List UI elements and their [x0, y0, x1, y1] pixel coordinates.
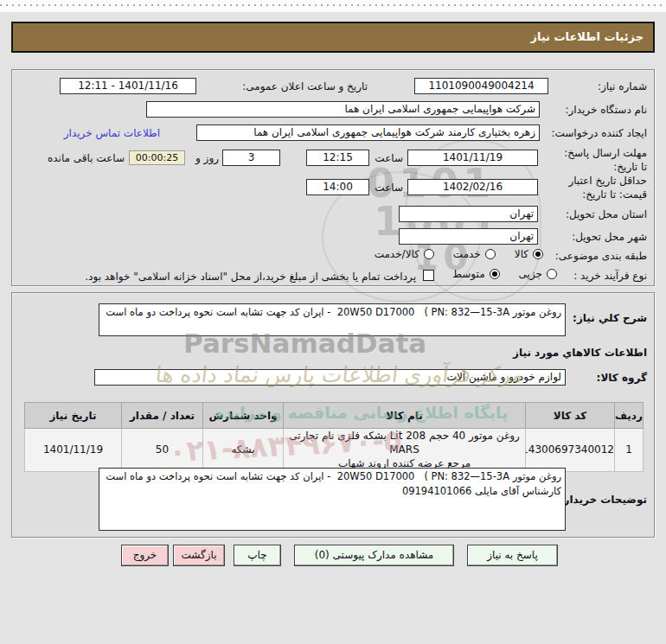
remaining-label: ساعت باقی مانده [48, 152, 125, 164]
creator-label: ایجاد کننده درخواست: [551, 127, 647, 139]
cell-unit: بشکه [203, 429, 284, 472]
treasury-checkbox-label: پرداخت تمام یا بخشی از مبلغ خرید،از محل … [85, 271, 416, 283]
buyer-notes-label: توضیحات خریدار: [560, 494, 647, 506]
goods-section-title: اطلاعات کالاهاي مورد نیاز [513, 347, 647, 359]
deadline-hour-label: ساعت [375, 152, 403, 164]
radio-goods-service[interactable] [424, 249, 434, 259]
need-number-label: شماره نیاز: [598, 80, 647, 92]
page-title: جزئیات اطلاعات نیاز [11, 22, 655, 53]
col-need-date: تاریخ نیاز [25, 403, 122, 429]
radio-service[interactable] [485, 249, 496, 259]
need-details-panel: شرح کلي نیاز: روغن موتور 20W50 D17000 ( … [11, 292, 655, 538]
countdown-timer: 00:00:25 [129, 150, 185, 165]
buyer-notes-field[interactable]: روغن موتور 20W50 D17000 ( PN: 832—15-3A … [99, 468, 566, 531]
goods-table: ردیف کد کالا نام کالا واحد شمارش تعداد /… [24, 402, 644, 472]
goods-group-field[interactable]: لوازم خودرو و ماشین آلات [94, 369, 566, 386]
radio-medium[interactable] [490, 269, 500, 279]
buyer-contact-link[interactable]: اطلاعات تماس خریدار [64, 127, 160, 139]
creator-field[interactable]: زهره بختیاری کارمند شرکت هواپیمایی جمهور… [196, 124, 540, 141]
col-item-name: نام کالا [284, 403, 526, 429]
treasury-checkbox[interactable] [423, 270, 434, 281]
days-field[interactable]: 3 [222, 150, 280, 166]
cell-need-date: 1401/11/19 [25, 429, 122, 472]
radio-goods-service-label: کالا/خدمت [375, 248, 419, 260]
cell-item-code: 0814300697340012 [526, 429, 615, 472]
province-field[interactable]: تهران [399, 206, 538, 222]
days-and-label: روز و [195, 152, 219, 164]
announce-datetime-label: تاریخ و ساعت اعلان عمومی: [242, 80, 368, 92]
deadline-date-field[interactable]: 1401/11/19 [407, 150, 538, 166]
radio-minor-label: جزیی [519, 268, 542, 280]
top-dotted-divider [0, 0, 666, 12]
radio-minor[interactable] [547, 269, 557, 279]
radio-medium-label: متوسط [452, 268, 485, 280]
deadline-label: مهلت ارسال پاسخ: تا تاریخ: [559, 146, 647, 174]
deadline-time-field[interactable]: 12:15 [306, 150, 369, 166]
radio-goods[interactable] [533, 249, 543, 259]
print-button[interactable]: چاپ [234, 545, 281, 566]
cell-row-number: 1 [615, 429, 644, 472]
city-label: شهر محل تحویل: [572, 231, 647, 243]
respond-button[interactable]: پاسخ به نیاز [467, 545, 558, 566]
goods-table-header-row: ردیف کد کالا نام کالا واحد شمارش تعداد /… [25, 403, 644, 429]
radio-service-label: خدمت [453, 248, 481, 260]
validity-label: حداقل تاریخ اعتبار قیمت: تا تاریخ: [548, 174, 647, 201]
goods-table-wrap: ردیف کد کالا نام کالا واحد شمارش تعداد /… [24, 402, 644, 472]
request-info-panel: شماره نیاز: 1101090049004214 تاریخ و ساع… [11, 69, 655, 286]
col-unit: واحد شمارش [203, 403, 284, 429]
process-type-label: نوع فرآیند خرید : [573, 270, 647, 282]
col-row-number: ردیف [615, 403, 644, 429]
col-item-code: کد کالا [526, 403, 615, 429]
validity-date-field[interactable]: 1402/02/16 [407, 179, 538, 195]
back-button[interactable]: بازگشت [173, 545, 225, 566]
classification-label: طبقه بندی موضوعی: [555, 250, 647, 262]
view-attachments-button[interactable]: مشاهده مدارک پیوستی (0) [294, 545, 454, 566]
buyer-org-field[interactable]: شرکت هواپیمایی جمهوری اسلامی ایران هما [146, 101, 540, 118]
cell-item-name: روغن موتور 40 حجم 208 Lit بشکه فلزی نام … [284, 429, 526, 472]
process-radio-group: جزیی متوسط [452, 268, 557, 280]
general-desc-label: شرح کلي نیاز: [573, 312, 647, 324]
validity-time-field[interactable]: 14:00 [306, 179, 369, 195]
goods-group-label: گروه کالا: [597, 372, 647, 384]
goods-table-row: 1 0814300697340012 روغن موتور 40 حجم 208… [25, 429, 644, 472]
general-desc-field[interactable]: روغن موتور 20W50 D17000 ( PN: 832—15-3A … [99, 303, 566, 336]
announce-datetime-field[interactable]: 1401/11/16 - 12:11 [60, 78, 196, 94]
need-number-field[interactable]: 1101090049004214 [414, 78, 548, 94]
col-quantity: تعداد / مقدار [122, 403, 203, 429]
province-label: استان محل تحویل: [566, 208, 647, 220]
classification-radio-group: کالا خدمت کالا/خدمت [375, 248, 543, 260]
radio-goods-label: کالا [515, 248, 528, 260]
cell-quantity: 50 [122, 429, 203, 472]
city-field[interactable]: تهران [399, 228, 538, 245]
buyer-org-label: نام دستگاه خریدار: [566, 104, 648, 116]
exit-button[interactable]: خروج [121, 545, 169, 566]
validity-hour-label: ساعت [375, 182, 403, 194]
